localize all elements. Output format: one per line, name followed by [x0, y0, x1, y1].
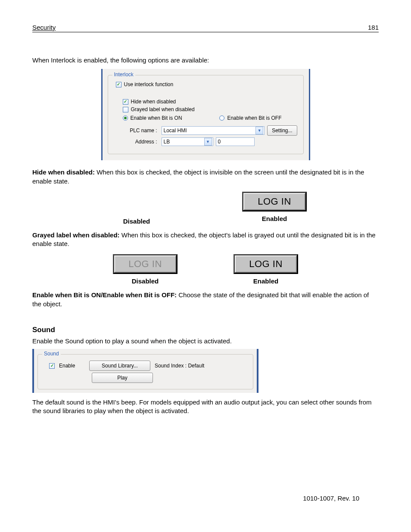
grayed-label-checkbox[interactable]	[123, 107, 128, 112]
plc-name-label: PLC name :	[123, 128, 157, 134]
interlock-panel: Interlock Use interlock function Hide wh…	[101, 69, 310, 160]
intro-text: When Interlock is enabled, the following…	[32, 56, 379, 65]
state-label-enabled: Enabled	[253, 277, 278, 285]
header-page-number: 181	[368, 24, 379, 31]
interlock-legend: Interlock	[112, 72, 135, 78]
grayed-label-description: Grayed label when disabled: When this bo…	[32, 231, 379, 249]
address-value-input[interactable]: 0	[216, 137, 255, 146]
chevron-down-icon[interactable]: ▼	[204, 138, 212, 146]
enable-bit-off-label: Enable when Bit is OFF	[227, 115, 281, 121]
sound-heading: Sound	[32, 326, 379, 334]
login-button-enabled[interactable]: LOG IN	[242, 192, 307, 212]
login-button-enabled[interactable]: LOG IN	[234, 254, 298, 274]
enable-bit-description: Enable when Bit is ON/Enable when Bit is…	[32, 291, 379, 308]
sound-index-label: Sound Index : Default	[155, 363, 204, 369]
sound-library-button[interactable]: Sound Library...	[89, 361, 150, 371]
state-label-enabled: Enabled	[262, 215, 287, 222]
sound-legend: Sound	[42, 351, 61, 357]
footer-revision: 1010-1007, Rev. 10	[303, 495, 359, 502]
plc-name-value: Local HMI	[164, 128, 187, 134]
address-type-combo[interactable]: LB ▼	[162, 137, 213, 146]
address-type-value: LB	[164, 139, 170, 145]
sound-intro: Enable the Sound option to play a sound …	[32, 337, 379, 345]
use-interlock-label: Use interlock function	[124, 81, 174, 87]
setting-button[interactable]: Setting...	[267, 125, 297, 136]
hide-when-disabled-description: Hide when disabled: When this box is che…	[32, 168, 379, 186]
header-section: Security	[32, 24, 56, 31]
grayed-label-label: Grayed label when disabled	[131, 106, 195, 112]
login-button-disabled-grayed: LOG IN	[113, 254, 177, 274]
page-header: Security 181	[32, 24, 379, 32]
sound-enable-label: Enable	[59, 363, 85, 369]
enable-bit-on-label: Enable when Bit is ON	[131, 115, 182, 121]
state-label-disabled: Disabled	[132, 277, 159, 285]
sound-enable-checkbox[interactable]	[49, 363, 55, 369]
state-label-disabled: Disabled	[123, 218, 150, 225]
hide-when-disabled-checkbox[interactable]	[123, 99, 128, 105]
chevron-down-icon[interactable]: ▼	[255, 127, 263, 134]
address-label: Address :	[123, 139, 157, 145]
enable-bit-off-radio[interactable]	[219, 115, 224, 121]
hide-when-disabled-label: Hide when disabled	[131, 99, 176, 105]
login-button-disabled-hidden	[102, 192, 171, 214]
play-button[interactable]: Play	[92, 373, 153, 383]
enable-bit-on-radio[interactable]	[123, 115, 128, 121]
use-interlock-checkbox[interactable]	[116, 82, 121, 87]
sound-panel: Sound Enable Sound Library... Sound Inde…	[32, 349, 258, 393]
sound-outro: The default sound is the HMI's beep. For…	[32, 398, 379, 416]
plc-name-combo[interactable]: Local HMI ▼	[162, 126, 265, 135]
